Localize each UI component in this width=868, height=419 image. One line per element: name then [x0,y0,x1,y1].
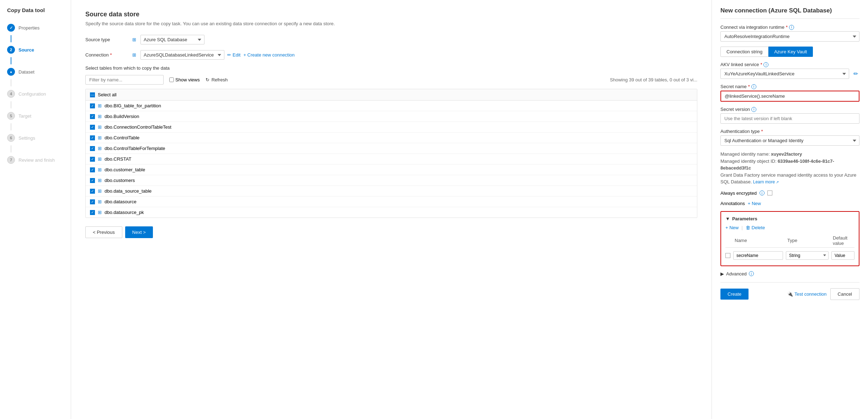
pencil-icon: ✏ [227,52,231,58]
step-label-settings: Settings [18,135,35,141]
advanced-section[interactable]: ▶ Advanced i [720,271,859,276]
list-item[interactable]: ⊞ dbo.datasource_pk [86,207,697,217]
source-type-select[interactable]: Azure SQL Database [140,35,204,44]
table-name-10: dbo.datasource_pk [105,210,144,215]
list-item[interactable]: ⊞ dbo.BuildVersion [86,111,697,122]
table-name-8: dbo.data_source_table [105,188,151,194]
test-connection-button[interactable]: 🔌 Test connection [787,291,826,297]
akv-linked-service-label: AKV linked service * i [720,62,859,67]
select-all-checkbox[interactable] [90,92,95,97]
create-connection-button[interactable]: + Create new connection [243,52,294,58]
table-name-6: dbo.customer_table [105,167,145,172]
row-checkbox-4[interactable] [90,146,95,151]
annotations-label: Annotations [720,201,745,206]
connection-select[interactable]: AzureSQLDatabaseLinkedService [140,50,224,60]
always-encrypted-row: Always encrypted i [720,190,859,196]
learn-more-link[interactable]: Learn more [753,179,775,184]
chevron-right-icon: ▶ [720,271,724,276]
col-header-default: Default value [833,235,854,246]
tab-connection-string[interactable]: Connection string [720,47,768,57]
table-name-3: dbo.ControlTable [105,135,139,140]
secret-name-label: Secret name * i [720,84,859,89]
secret-name-group: Secret name * i [720,84,859,102]
params-delete-button[interactable]: 🗑 Delete [746,225,765,230]
row-checkbox-5[interactable] [90,157,95,162]
row-checkbox-3[interactable] [90,135,95,140]
row-checkbox-9[interactable] [90,199,95,204]
source-type-label: Source type [85,37,128,42]
create-button[interactable]: Create [720,289,749,300]
param-row: String [725,250,854,261]
param-default-input[interactable] [831,251,854,260]
akv-edit-icon[interactable]: ✏ [852,70,859,78]
secret-name-info-icon[interactable]: i [751,84,756,89]
list-item[interactable]: ⊞ dbo.BIG_table_for_partition [86,101,697,111]
secret-version-input[interactable] [720,113,859,124]
row-checkbox-10[interactable] [90,210,95,215]
list-item[interactable]: ⊞ dbo.ControlTableForTemplate [86,143,697,154]
row-checkbox-6[interactable] [90,167,95,172]
sidebar-item-properties[interactable]: ✓ Properties [0,20,71,35]
always-encrypted-info-icon[interactable]: i [760,190,765,195]
list-item[interactable]: ⊞ dbo.ConnectionControlTableTest [86,122,697,133]
integration-runtime-select[interactable]: AutoResolveIntegrationRuntime [720,31,859,42]
step-circle-source: 2 [7,46,15,54]
list-item[interactable]: ⊞ dbo.datasource [86,197,697,207]
refresh-button[interactable]: ↻ Refresh [206,77,228,82]
integration-runtime-group: Connect via integration runtime * i Auto… [720,25,859,42]
secret-name-input[interactable] [720,91,859,102]
table-name-9: dbo.datasource [105,199,137,204]
list-item[interactable]: ⊞ dbo.ControlTable [86,133,697,143]
auth-type-select[interactable]: Sql Authentication or Managed Identity [720,135,859,146]
table-icon: ⊞ [98,156,102,162]
row-checkbox-1[interactable] [90,114,95,119]
list-item[interactable]: ⊞ dbo.customer_table [86,165,697,175]
new-annotation-button[interactable]: + New [748,201,761,206]
sidebar-item-review: 7 Review and finish [0,152,71,167]
param-row-checkbox[interactable] [725,253,730,258]
akv-linked-service-select[interactable]: XuYeAzureKeyVaultLinkedService [720,69,849,79]
integration-runtime-label: Connect via integration runtime * i [720,25,859,30]
next-button[interactable]: Next > [125,226,153,238]
row-checkbox-7[interactable] [90,178,95,183]
always-encrypted-checkbox[interactable] [767,190,772,195]
integration-runtime-info-icon[interactable]: i [789,25,794,30]
table-name-0: dbo.BIG_table_for_partition [105,103,161,108]
cancel-button[interactable]: Cancel [830,288,859,300]
list-item[interactable]: ⊞ dbo.customers [86,175,697,186]
filter-input[interactable] [85,75,164,85]
step-circle-review: 7 [7,156,15,164]
auth-type-label: Authentication type * [720,129,859,134]
akv-info-icon[interactable]: i [763,62,768,67]
table-name-2: dbo.ConnectionControlTableTest [105,124,171,130]
sidebar-item-dataset[interactable]: ● Dataset [0,64,71,79]
step-label-dataset: Dataset [18,69,34,75]
row-checkbox-2[interactable] [90,125,95,130]
step-label-target: Target [18,113,31,119]
showing-info: Showing 39 out of 39 tables, 0 out of 3 … [610,77,697,82]
tab-azure-key-vault[interactable]: Azure Key Vault [768,47,813,57]
table-icon: ⊞ [98,199,102,204]
row-checkbox-0[interactable] [90,103,95,108]
parameters-section: ▼ Parameters + New | 🗑 Delete Name Type … [720,211,859,266]
secret-version-info-icon[interactable]: i [751,107,756,112]
table-icon: ⊞ [98,114,102,119]
edit-button[interactable]: ✏ Edit [227,52,240,58]
parameters-section-header[interactable]: ▼ Parameters [725,216,854,221]
list-item[interactable]: ⊞ dbo.CRSTAT [86,154,697,165]
sidebar-item-source[interactable]: 2 Source [0,42,71,57]
col-header-type: Type [787,238,830,243]
plug-icon: 🔌 [787,291,793,297]
param-type-select[interactable]: String [786,251,829,260]
row-checkbox-8[interactable] [90,189,95,194]
db-icon: ⊞ [132,37,136,42]
advanced-info-icon[interactable]: i [749,271,754,276]
table-toolbar: Show views ↻ Refresh Showing 39 out of 3… [85,75,697,85]
previous-button[interactable]: < Previous [85,226,122,238]
show-views-checkbox[interactable] [169,77,174,82]
step-line-5 [11,123,11,130]
params-new-button[interactable]: + New [725,225,739,230]
managed-identity-info: Managed identity name: xuyev2factory Man… [720,151,859,186]
param-name-input[interactable] [733,251,783,260]
list-item[interactable]: ⊞ dbo.data_source_table [86,186,697,197]
